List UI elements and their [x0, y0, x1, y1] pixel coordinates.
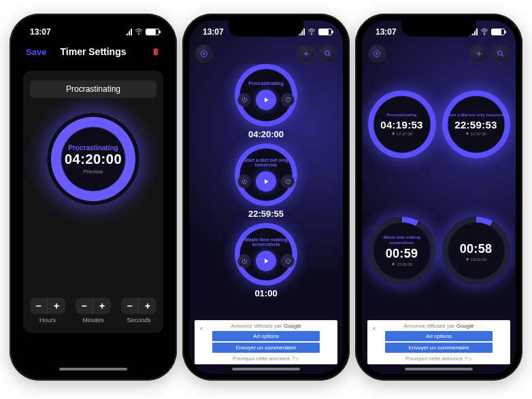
magnifier-icon — [324, 50, 332, 58]
home-indicator — [232, 368, 300, 370]
play-icon — [262, 257, 270, 265]
seconds-minus-button[interactable]: − — [121, 298, 139, 314]
alarm-time: 17:27:00 — [397, 132, 412, 136]
running-timer[interactable]: Start a diet but only tomorrow 22:59:53 … — [442, 90, 510, 158]
timer-alarm: 13:09:00 — [465, 258, 486, 262]
ad-why-icon: ▷ — [469, 356, 472, 361]
timer-preview-ring: Procrastinating 04:20:00 Preview — [47, 113, 139, 205]
play-icon — [262, 96, 270, 104]
alarm-time: 13:09:00 — [397, 262, 412, 266]
settings-card: Procrastinating 04:20:00 Preview − + Hou… — [23, 71, 163, 333]
phone-frame-2: 13:07 — [182, 14, 350, 381]
ad-why-text: Pourquoi cette annonce ? — [233, 355, 295, 362]
seconds-plus-button[interactable]: + — [139, 298, 156, 314]
zoom-button[interactable] — [493, 46, 509, 62]
plus-icon — [475, 50, 483, 58]
hours-plus-button[interactable]: + — [48, 298, 65, 314]
notch — [229, 20, 303, 37]
timer-time: 00:59 — [386, 247, 418, 261]
hours-label: Hours — [39, 317, 56, 324]
timer-ring: Waste time making screenshots — [235, 223, 297, 285]
zoom-button[interactable] — [320, 46, 336, 62]
timer-title: Waste time making screenshots — [235, 237, 297, 247]
reset-button[interactable] — [282, 255, 294, 267]
power-icon — [242, 179, 248, 185]
play-all-button[interactable] — [369, 46, 385, 62]
timer-alarm: 17:27:00 — [391, 132, 412, 136]
power-button[interactable] — [238, 255, 250, 267]
svg-point-1 — [312, 34, 312, 35]
ad-banner: ‹ Annonce diffusée par Google Ad options… — [367, 320, 510, 364]
timer-item[interactable]: Start a diet but only tomorrow — [189, 143, 343, 219]
bell-icon — [465, 258, 469, 262]
minutes-minus-button[interactable]: − — [76, 298, 93, 314]
hours-stepper: − + Hours — [30, 298, 65, 324]
svg-marker-7 — [265, 259, 269, 264]
ad-why-link[interactable]: Pourquoi cette annonce ?▷ — [212, 354, 320, 362]
notch — [56, 20, 131, 37]
timer-time: 01:00 — [254, 288, 277, 298]
reset-button[interactable] — [282, 94, 294, 106]
page-title: Timer Settings — [61, 46, 127, 57]
ad-back-button[interactable]: ‹ — [373, 324, 376, 332]
svg-point-0 — [139, 34, 139, 35]
ad-options-button[interactable]: Ad options — [385, 331, 493, 341]
wifi-icon — [480, 28, 488, 36]
save-button[interactable]: Save — [26, 47, 46, 57]
delete-button[interactable] — [151, 47, 161, 56]
timer-title: Procrastinating — [244, 81, 287, 86]
timer-title: Waste time making screenshots — [368, 235, 436, 245]
minutes-plus-button[interactable]: + — [93, 298, 111, 314]
power-button[interactable] — [238, 94, 250, 106]
home-indicator — [59, 368, 127, 370]
battery-icon — [146, 29, 159, 35]
ad-header-brand: Google — [456, 323, 474, 329]
play-button[interactable] — [256, 171, 276, 192]
steppers-row: − + Hours − + Minutes − — [30, 298, 156, 324]
add-timer-button[interactable] — [298, 46, 314, 62]
play-icon — [262, 177, 270, 186]
status-time: 13:07 — [203, 27, 224, 37]
timer-name-input[interactable] — [30, 80, 156, 98]
timer-item[interactable]: Waste time making screenshots — [189, 223, 343, 298]
timer-item[interactable]: Procrastinating — [189, 64, 343, 139]
navbar: Save Timer Settings — [16, 41, 170, 63]
timer-controls — [238, 251, 294, 271]
play-icon — [200, 50, 208, 58]
status-time: 13:07 — [30, 27, 51, 37]
alarm-time: 13:09:00 — [471, 258, 486, 262]
ad-header-prefix: Annonce diffusée par — [403, 323, 456, 329]
ad-header-brand: Google — [284, 323, 301, 329]
ad-feedback-button[interactable]: Envoyer un commentaire — [212, 343, 320, 353]
timer-time: 00:58 — [460, 242, 493, 256]
ad-options-button[interactable]: Ad options — [212, 331, 320, 341]
running-timer[interactable]: Waste time making screenshots 00:59 13:0… — [368, 217, 436, 285]
timer-controls — [238, 171, 294, 192]
play-button[interactable] — [256, 90, 276, 110]
magnifier-icon — [497, 50, 505, 58]
timer-alarm: 12:07:00 — [465, 132, 486, 136]
play-all-button[interactable] — [196, 46, 212, 62]
add-timer-button[interactable] — [471, 46, 487, 62]
running-timer[interactable]: 00:58 13:09:00 — [442, 217, 510, 285]
ad-feedback-button[interactable]: Envoyer un commentaire — [385, 343, 493, 353]
hours-minus-button[interactable]: − — [30, 298, 48, 314]
notch — [401, 20, 476, 37]
status-time: 13:07 — [376, 27, 397, 37]
bell-icon — [391, 132, 395, 136]
reload-icon — [285, 97, 291, 103]
ad-banner: ‹ Annonce diffusée par Google Ad options… — [195, 320, 337, 364]
ad-header: Annonce diffusée par Google — [385, 323, 493, 329]
running-timer[interactable]: Procrastinating 04:19:53 17:27:00 — [368, 90, 436, 158]
screen-timer-grid: 13:07 — [362, 20, 516, 374]
timer-title: Start a diet but only tomorrow — [443, 113, 509, 118]
timer-time: 04:19:53 — [380, 119, 422, 131]
reset-button[interactable] — [282, 175, 294, 188]
ad-why-link[interactable]: Pourquoi cette annonce ?▷ — [385, 354, 493, 362]
screen-timer-list: 13:07 — [189, 20, 343, 374]
ad-back-button[interactable]: ‹ — [200, 324, 203, 332]
timer-list: Procrastinating — [189, 64, 343, 311]
power-button[interactable] — [238, 175, 250, 188]
home-indicator — [405, 368, 473, 370]
play-button[interactable] — [256, 251, 276, 271]
